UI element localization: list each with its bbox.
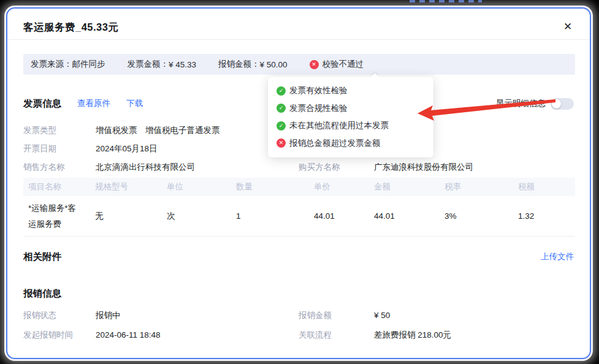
validation-status-text: 校验不通过: [322, 59, 364, 70]
claim-status-label: 报销状态: [23, 309, 56, 322]
cell-item-name: *运输服务*客运服务费: [23, 200, 90, 232]
cell-unit: 次: [162, 211, 231, 222]
check-fail-icon: [277, 138, 286, 148]
claim-amount-value: ¥ 50.00: [260, 60, 288, 69]
seller-name-label: 销售方名称: [23, 161, 65, 173]
buyer-name-value: 广东迪浪科技股份有限公司: [374, 161, 473, 173]
seller-name-value: 北京滴滴出行科技有限公司: [96, 161, 195, 173]
attachments-section-title: 相关附件: [23, 251, 61, 264]
validation-status-item[interactable]: 校验不通过: [310, 59, 364, 70]
invoice-source-item: 发票来源： 邮件同步: [31, 59, 105, 70]
related-flow-link[interactable]: 差旅费报销 218.00元: [374, 329, 451, 341]
cell-unit-price: 44.01: [309, 211, 369, 221]
invoice-amount-value: ¥ 45.33: [169, 60, 196, 69]
col-header-item-name: 项目名称: [23, 179, 90, 195]
validation-item-label: 未在其他流程使用过本发票: [289, 120, 389, 131]
show-detail-toggle-group: 显示明细信息: [496, 98, 574, 110]
col-header-unit: 单位: [162, 181, 231, 192]
header-divider: [7, 39, 590, 40]
view-original-link[interactable]: 查看原件: [77, 98, 110, 109]
validation-item-label: 发票合规性检验: [289, 103, 348, 114]
invoice-parties-row: 销售方名称 北京滴滴出行科技有限公司 购买方名称 广东迪浪科技股份有限公司: [23, 161, 574, 173]
show-detail-toggle[interactable]: [551, 98, 574, 110]
col-header-quantity: 数量: [231, 181, 309, 192]
cell-tax-rate: 3%: [440, 211, 513, 221]
col-header-tax-rate: 税率: [440, 181, 513, 192]
claim-start-time-value: 2024-06-11 18:48: [96, 329, 161, 341]
background-page-glimpse: [410, 0, 482, 2]
toggle-knob: [552, 99, 561, 108]
show-detail-label: 显示明细信息: [496, 98, 546, 109]
validation-result-popup: 发票有效性检验 发票合规性检验 未在其他流程使用过本发票 报销总金额超过发票金额: [268, 77, 433, 157]
validation-item-label: 报销总金额超过发票金额: [289, 138, 381, 149]
claim-status-value: 报销中: [96, 309, 121, 322]
invoice-type-value: 增值税发票 增值税电子普通发票: [96, 124, 220, 137]
col-header-spec: 规格型号: [90, 181, 162, 192]
invoice-type-label: 发票类型: [23, 124, 56, 137]
claim-amount-value: ¥ 50: [374, 309, 390, 322]
claim-amount-label: 报销金额: [299, 309, 332, 322]
close-icon[interactable]: ✕: [560, 20, 575, 34]
table-header-row: 项目名称 规格型号 单位 数量 单价 金额 税率 税额: [23, 178, 575, 196]
invoice-summary-bar: 发票来源： 邮件同步 发票金额： ¥ 45.33 报销金额： ¥ 50.00 校…: [23, 54, 575, 75]
related-flow-label: 关联流程: [299, 329, 332, 341]
validation-item: 发票有效性检验: [268, 82, 433, 100]
invoice-source-value: 邮件同步: [72, 59, 105, 70]
buyer-name-label: 购买方名称: [299, 161, 340, 173]
cell-amount: 44.01: [369, 211, 440, 221]
validation-item: 发票合规性检验: [268, 100, 433, 118]
claim-status-row: 报销状态 报销中 报销金额 ¥ 50: [23, 309, 574, 322]
validation-failed-icon: [310, 60, 319, 69]
claim-section-title: 报销信息: [23, 287, 61, 300]
download-link[interactable]: 下载: [126, 98, 143, 109]
validation-item-label: 发票有效性检验: [289, 85, 348, 96]
cell-quantity: 1: [231, 211, 309, 221]
col-header-unit-price: 单价: [309, 181, 369, 192]
invoice-amount-item: 发票金额： ¥ 45.33: [128, 59, 197, 70]
col-header-tax-amount: 税额: [513, 181, 575, 192]
invoice-source-label: 发票来源：: [31, 59, 72, 70]
check-pass-icon: [277, 104, 286, 113]
cell-spec: 无: [90, 211, 162, 222]
col-header-amount: 金额: [369, 181, 440, 192]
check-pass-icon: [277, 121, 286, 131]
invoice-detail-dialog: 客运服务费_45.33元 ✕ 发票来源： 邮件同步 发票金额： ¥ 45.33 …: [6, 7, 591, 359]
invoice-date-value: 2024年05月18日: [96, 143, 158, 155]
invoice-amount-label: 发票金额：: [128, 59, 169, 70]
table-row: *运输服务*客运服务费 无 次 1 44.01 44.01 3% 1.32: [23, 196, 575, 237]
cell-tax-amount: 1.32: [513, 211, 575, 221]
invoice-section-title: 发票信息: [23, 97, 61, 110]
validation-item: 报销总金额超过发票金额: [268, 135, 433, 153]
validation-item: 未在其他流程使用过本发票: [268, 117, 433, 135]
invoice-line-items-table: 项目名称 规格型号 单位 数量 单价 金额 税率 税额 *运输服务*客运服务费 …: [23, 178, 575, 237]
claim-amount-label: 报销金额：: [218, 59, 260, 70]
claim-time-row: 发起报销时间 2024-06-11 18:48 关联流程 差旅费报销 218.0…: [23, 329, 574, 341]
upload-file-link[interactable]: 上传文件: [541, 251, 574, 262]
invoice-date-label: 开票日期: [23, 143, 56, 155]
check-pass-icon: [277, 86, 286, 96]
claim-start-time-label: 发起报销时间: [23, 329, 73, 341]
dialog-title: 客运服务费_45.33元: [23, 21, 118, 34]
claim-amount-item: 报销金额： ¥ 50.00: [218, 59, 288, 70]
